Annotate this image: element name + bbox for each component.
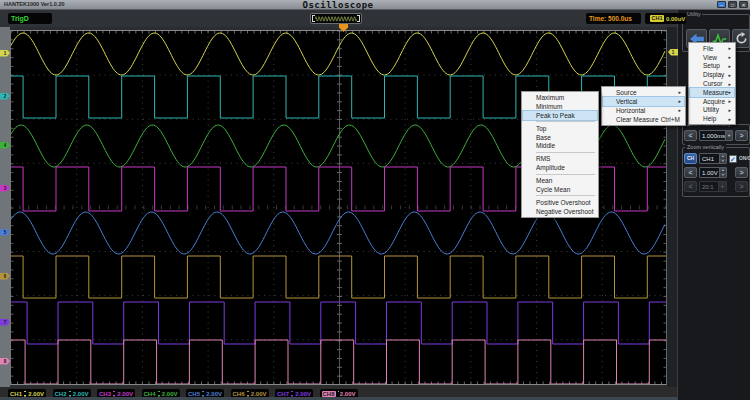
menu-item-amplitude[interactable]: Amplitude — [523, 163, 597, 172]
menu-item-rms[interactable]: RMS — [523, 154, 597, 163]
menu-item-maximum[interactable]: Maximum — [523, 93, 597, 102]
menu-item-clear-measure[interactable]: Clear MeasureCtrl+M — [603, 115, 684, 124]
channel-marker-ch2[interactable]: 2 — [0, 93, 10, 100]
submenu-arrow-icon: ▸ — [728, 107, 731, 113]
scale-spinner-field[interactable]: 1.00V ▴▾ — [699, 167, 727, 178]
timebase-next-button[interactable]: > — [735, 130, 748, 141]
channel-spinner[interactable]: ▴▾ — [719, 154, 726, 163]
channel-chip-label: CH8 — [322, 391, 336, 397]
maximize-button[interactable]: □ — [728, 1, 737, 8]
channel-marker-ch6[interactable]: 6 — [0, 273, 10, 280]
menu-item-mean[interactable]: Mean — [523, 176, 597, 185]
menu-item-label: Amplitude — [536, 164, 565, 171]
timebase-prev-button[interactable]: < — [684, 130, 697, 141]
close-button[interactable]: ✕ — [739, 1, 748, 8]
menu-item-file[interactable]: File▸ — [690, 44, 734, 53]
menu-item-acquire[interactable]: Acquire▸ — [690, 97, 734, 106]
main-menu: File▸View▸Setup▸Display▸Cursor▸Measure▸A… — [688, 42, 736, 125]
menu-item-setup[interactable]: Setup▸ — [690, 62, 734, 71]
menu-item-label: Help — [703, 115, 716, 122]
menu-item-middle[interactable]: Middle — [523, 141, 597, 150]
trigger-status-chip: TrigD — [8, 13, 52, 24]
menu-item-top[interactable]: Top — [523, 124, 597, 133]
onoff-label: ON/OFF — [739, 156, 750, 161]
timebase-value: Time: 500.0us — [589, 15, 632, 22]
channel-marker-ch3[interactable]: 3 — [0, 185, 10, 192]
channel-onoff-checkbox[interactable]: ✓ — [729, 155, 737, 163]
menu-item-peak-to-peak[interactable]: Peak to Peak — [523, 111, 597, 120]
menu-item-view[interactable]: View▸ — [690, 53, 734, 62]
oscilloscope-app: HANTEK1000 Ver1.0.20 Oscilloscope – □ ✕ … — [0, 0, 750, 400]
channel-scale-value: 2.00V — [117, 391, 133, 397]
menu-item-label: Maximum — [536, 94, 564, 101]
menu-separator — [536, 174, 595, 175]
submenu-arrow-icon: ▸ — [728, 63, 731, 69]
dc-coupling-icon — [158, 391, 160, 397]
waveform-ch1 — [11, 33, 665, 75]
menu-item-vertical[interactable]: Vertical▸ — [603, 97, 684, 106]
menu-item-measure[interactable]: Measure▸ — [690, 88, 734, 97]
menu-item-label: Peak to Peak — [536, 112, 575, 119]
menu-item-label: Negative Overshoot — [536, 208, 593, 215]
submenu-arrow-icon: ▸ — [678, 98, 681, 104]
channel-combo-value: CH1 — [700, 156, 719, 162]
menu-item-horizontal[interactable]: Horizontal▸ — [603, 106, 684, 115]
menu-item-display[interactable]: Display▸ — [690, 70, 734, 79]
ratio-prev-button[interactable]: < — [684, 181, 697, 192]
dc-coupling-icon — [291, 391, 293, 397]
channel-select-button[interactable]: CH — [684, 153, 697, 164]
channel-chip-label: CH2 — [55, 391, 67, 397]
menu-item-label: Minimum — [536, 103, 562, 110]
chevron-down-icon[interactable]: ▾ — [725, 131, 732, 140]
trigger-level-value: 0.00uV — [666, 16, 685, 22]
menu-item-label: Setup — [703, 62, 720, 69]
menu-item-cycle-mean[interactable]: Cycle Mean — [523, 185, 597, 194]
minimize-button[interactable]: – — [717, 1, 726, 8]
scale-spinner[interactable]: ▴▾ — [719, 168, 726, 177]
channel-marker-ch7[interactable]: 7 — [0, 319, 10, 326]
menu-item-label: Measure — [703, 89, 728, 96]
menu-item-positive-overshoot[interactable]: Positive Overshoot — [523, 198, 597, 207]
scale-next-button[interactable]: > — [735, 167, 748, 178]
record-preview[interactable] — [310, 13, 362, 24]
menu-item-source[interactable]: Source▸ — [603, 88, 684, 97]
menu-item-label: Clear Measure — [616, 116, 659, 123]
menu-item-label: Display — [703, 71, 724, 78]
menu-item-label: Positive Overshoot — [536, 199, 591, 206]
scale-prev-button[interactable]: < — [684, 167, 697, 178]
menu-shortcut: Ctrl+M — [661, 116, 680, 123]
menu-item-label: RMS — [536, 155, 550, 162]
trigger-source-tag[interactable]: CH1 — [650, 15, 664, 22]
menu-item-label: View — [703, 54, 717, 61]
preview-right-bracket[interactable] — [357, 15, 360, 22]
channel-marker-ch8[interactable]: 8 — [0, 358, 10, 365]
ratio-next-button[interactable]: > — [735, 181, 748, 192]
channel-marker-ch1[interactable]: 1 — [0, 50, 10, 57]
channel-chip-label: CH1 — [10, 391, 22, 397]
channel-combo[interactable]: CH1 ▴▾ — [699, 153, 727, 164]
channel-marker-ch5[interactable]: 5 — [0, 229, 10, 236]
chevron-down-icon[interactable]: ▾ — [718, 182, 726, 191]
waveform-ch6 — [11, 256, 666, 298]
submenu-arrow-icon: ▸ — [728, 54, 731, 60]
waveform-ch8 — [11, 340, 666, 384]
channel-chip-label: CH4 — [144, 391, 156, 397]
menu-item-base[interactable]: Base — [523, 133, 597, 142]
ratio-combo[interactable]: 20:1 ▾ — [699, 181, 727, 192]
menu-item-minimum[interactable]: Minimum — [523, 102, 597, 111]
menu-item-negative-overshoot[interactable]: Negative Overshoot — [523, 207, 597, 216]
menu-item-utility[interactable]: Utility▸ — [690, 106, 734, 115]
channel-scale-value: 2.00V — [73, 391, 89, 397]
channel-marker-ch4[interactable]: 4 — [0, 142, 10, 149]
measure-context-menu: Source▸Vertical▸Horizontal▸Clear Measure… — [601, 86, 686, 126]
title-bar: HANTEK1000 Ver1.0.20 Oscilloscope – □ ✕ — [0, 0, 750, 10]
timebase-chip: Time: 500.0us — [586, 13, 641, 24]
menu-item-cursor[interactable]: Cursor▸ — [690, 79, 734, 88]
timebase-combo[interactable]: 1.000ms ▾ — [699, 130, 733, 141]
right-marker-gutter — [667, 27, 677, 387]
app-title: Oscilloscope — [0, 0, 676, 10]
waveform-ch5 — [11, 212, 665, 254]
menu-item-label: Mean — [536, 177, 552, 184]
menu-item-help[interactable]: Help▸ — [690, 114, 734, 123]
dc-coupling-icon — [202, 391, 204, 397]
